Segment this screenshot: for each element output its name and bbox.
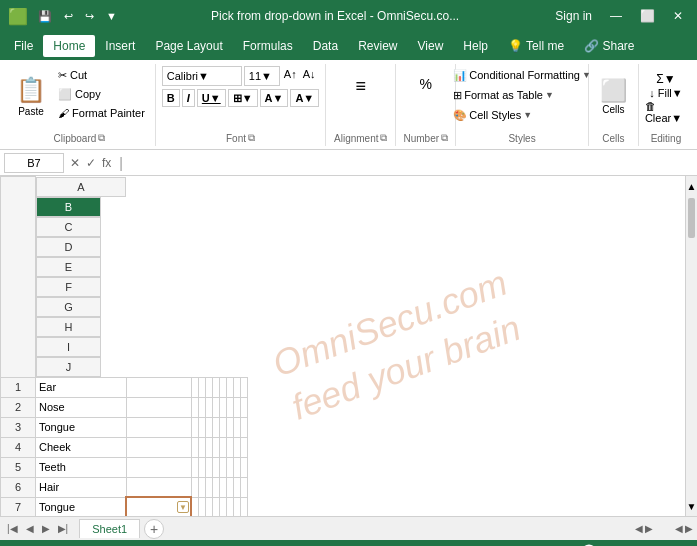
cell-r6-c2[interactable]: [191, 477, 199, 497]
cell-r7-c0[interactable]: Tongue: [36, 497, 127, 516]
cell-r5-c0[interactable]: Teeth: [36, 457, 127, 477]
cell-r3-c6[interactable]: [220, 417, 227, 437]
cell-r6-c7[interactable]: [227, 477, 234, 497]
cell-r2-c1[interactable]: [126, 397, 191, 417]
cells-button[interactable]: ⬜ Cells: [592, 66, 635, 126]
cut-button[interactable]: ✂ Cut: [54, 66, 149, 84]
cell-r2-c8[interactable]: [234, 397, 241, 417]
col-header-F[interactable]: F: [36, 277, 101, 297]
cell-r7-c7[interactable]: [227, 497, 234, 516]
cell-r6-c5[interactable]: [213, 477, 220, 497]
cell-r7-c8[interactable]: [234, 497, 241, 516]
fill-btn[interactable]: ↓ Fill▼: [649, 87, 683, 99]
cell-r4-c1[interactable]: [126, 437, 191, 457]
tab-first-btn[interactable]: |◀: [4, 521, 21, 536]
cell-r2-c4[interactable]: [206, 397, 213, 417]
cell-r4-c8[interactable]: [234, 437, 241, 457]
menu-page-layout[interactable]: Page Layout: [145, 35, 232, 57]
cell-r4-c6[interactable]: [220, 437, 227, 457]
cell-r5-c7[interactable]: [227, 457, 234, 477]
cell-r7-c1[interactable]: ▼: [126, 497, 191, 516]
cell-r6-c8[interactable]: [234, 477, 241, 497]
cell-r7-c2[interactable]: [191, 497, 199, 516]
redo-quick-btn[interactable]: ↪: [81, 8, 98, 25]
cell-r1-c3[interactable]: [199, 377, 206, 397]
undo-quick-btn[interactable]: ↩: [60, 8, 77, 25]
decrease-font-btn[interactable]: A↓: [301, 66, 318, 86]
cell-r7-c6[interactable]: [220, 497, 227, 516]
formula-input[interactable]: [129, 157, 693, 169]
cell-r1-c7[interactable]: [227, 377, 234, 397]
col-header-A[interactable]: A: [36, 177, 126, 197]
cell-r5-c3[interactable]: [199, 457, 206, 477]
cell-r4-c3[interactable]: [199, 437, 206, 457]
cell-r1-c0[interactable]: Ear: [36, 377, 127, 397]
col-header-B[interactable]: B: [36, 197, 101, 217]
cell-r4-c2[interactable]: [191, 437, 199, 457]
vertical-scrollbar[interactable]: ▲ ▼: [685, 176, 697, 516]
sheet-tab-sheet1[interactable]: Sheet1: [79, 519, 140, 538]
cell-r6-c0[interactable]: Hair: [36, 477, 127, 497]
cell-styles-button[interactable]: 🎨 Cell Styles ▼: [449, 106, 536, 124]
cell-r5-c8[interactable]: [234, 457, 241, 477]
cell-r3-c1[interactable]: [126, 417, 191, 437]
tab-last-btn[interactable]: ▶|: [55, 521, 72, 536]
format-painter-button[interactable]: 🖌 Format Painter: [54, 104, 149, 122]
cell-r7-c3[interactable]: [199, 497, 206, 516]
cell-r3-c9[interactable]: [241, 417, 248, 437]
formula-confirm-icon[interactable]: ✓: [84, 156, 98, 170]
cell-r3-c5[interactable]: [213, 417, 220, 437]
cell-r1-c5[interactable]: [213, 377, 220, 397]
scroll-thumb[interactable]: [688, 198, 695, 238]
clear-btn[interactable]: 🗑 Clear▼: [645, 100, 687, 124]
cell-r2-c3[interactable]: [199, 397, 206, 417]
tab-next-btn[interactable]: ▶: [39, 521, 53, 536]
border-button[interactable]: ⊞▼: [228, 89, 258, 107]
cell-r6-c1[interactable]: [126, 477, 191, 497]
menu-data[interactable]: Data: [303, 35, 348, 57]
cell-r2-c0[interactable]: Nose: [36, 397, 127, 417]
cell-r1-c1[interactable]: [126, 377, 191, 397]
cell-r1-c6[interactable]: [220, 377, 227, 397]
cell-r1-c2[interactable]: [191, 377, 199, 397]
menu-tell-me[interactable]: 💡 Tell me: [498, 35, 574, 57]
font-size-selector[interactable]: 11 ▼: [244, 66, 280, 86]
col-header-H[interactable]: H: [36, 317, 101, 337]
menu-file[interactable]: File: [4, 35, 43, 57]
cell-r7-c5[interactable]: [213, 497, 220, 516]
cell-r3-c8[interactable]: [234, 417, 241, 437]
cell-r5-c9[interactable]: [241, 457, 248, 477]
add-sheet-btn[interactable]: +: [144, 519, 164, 539]
cell-r4-c4[interactable]: [206, 437, 213, 457]
tab-prev-btn[interactable]: ◀: [23, 521, 37, 536]
menu-home[interactable]: Home: [43, 35, 95, 57]
underline-button[interactable]: U▼: [197, 89, 226, 107]
cell-r1-c4[interactable]: [206, 377, 213, 397]
cell-r5-c2[interactable]: [191, 457, 199, 477]
cell-r2-c6[interactable]: [220, 397, 227, 417]
cell-r1-c8[interactable]: [234, 377, 241, 397]
cell-r4-c5[interactable]: [213, 437, 220, 457]
grid-scroll[interactable]: A B C D E F G H I J 1Ear2Nose3Tongue4Che…: [0, 176, 685, 516]
cell-r1-c9[interactable]: [241, 377, 248, 397]
col-header-J[interactable]: J: [36, 357, 101, 377]
minimize-btn[interactable]: —: [604, 7, 628, 25]
font-name-selector[interactable]: Calibri ▼: [162, 66, 242, 86]
cell-r5-c6[interactable]: [220, 457, 227, 477]
menu-share[interactable]: 🔗 Share: [574, 35, 644, 57]
cell-r6-c6[interactable]: [220, 477, 227, 497]
paste-button[interactable]: 📋 Paste: [10, 66, 52, 126]
cell-r6-c3[interactable]: [199, 477, 206, 497]
cell-r6-c4[interactable]: [206, 477, 213, 497]
cell-r4-c0[interactable]: Cheek: [36, 437, 127, 457]
cell-r3-c2[interactable]: [191, 417, 199, 437]
cell-r2-c5[interactable]: [213, 397, 220, 417]
scroll-down-btn[interactable]: ▼: [686, 496, 697, 516]
cell-r3-c7[interactable]: [227, 417, 234, 437]
col-header-I[interactable]: I: [36, 337, 101, 357]
cell-r3-c3[interactable]: [199, 417, 206, 437]
menu-help[interactable]: Help: [453, 35, 498, 57]
italic-button[interactable]: I: [182, 89, 195, 107]
menu-insert[interactable]: Insert: [95, 35, 145, 57]
name-box[interactable]: [4, 153, 64, 173]
